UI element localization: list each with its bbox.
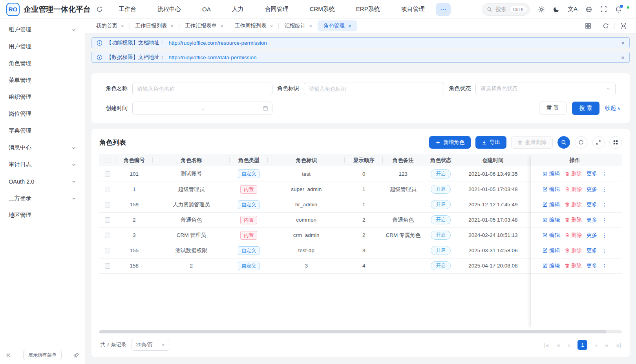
tab-close-icon[interactable]: × xyxy=(309,23,312,29)
sidebar-item[interactable]: 角色管理 xyxy=(0,55,85,72)
more-action[interactable]: 更多 xyxy=(587,186,597,193)
global-search[interactable]: 搜索 Ctrl K xyxy=(482,3,530,16)
topnav-item[interactable]: 工作台 xyxy=(119,5,136,13)
topnav-item[interactable]: 流程中心 xyxy=(157,5,181,13)
notifications-bell-icon[interactable] xyxy=(615,6,622,13)
tab-close-icon[interactable]: × xyxy=(121,23,124,29)
row-checkbox[interactable] xyxy=(105,187,110,192)
delete-action[interactable]: 删除 xyxy=(565,247,582,254)
select-all-checkbox[interactable] xyxy=(105,158,110,163)
status-badge[interactable]: 开启 xyxy=(431,231,451,240)
sidebar-item[interactable]: 字典管理 xyxy=(0,122,85,139)
more-dots-icon[interactable]: ⋮ xyxy=(602,217,607,223)
jump-forward-button[interactable]: » xyxy=(605,342,608,348)
more-action[interactable]: 更多 xyxy=(587,247,597,254)
row-checkbox[interactable] xyxy=(105,248,110,253)
sidebar-item[interactable]: 审计日志 xyxy=(0,156,85,173)
row-checkbox[interactable] xyxy=(105,233,110,238)
row-checkbox[interactable] xyxy=(105,202,110,207)
edit-action[interactable]: 编辑 xyxy=(543,262,560,269)
translate-icon[interactable]: 文A xyxy=(568,5,578,13)
search-button[interactable]: 搜 索 xyxy=(572,102,599,115)
sidebar-item[interactable]: 地区管理 xyxy=(0,207,85,224)
sidebar-item[interactable]: 三方登录 xyxy=(0,190,85,207)
more-action[interactable]: 更多 xyxy=(587,262,597,269)
page-refresh-icon[interactable] xyxy=(96,6,103,13)
last-page-button[interactable]: »| xyxy=(616,342,621,348)
tab-4[interactable]: 汇报统计× xyxy=(279,20,318,31)
table-fullscreen-icon[interactable] xyxy=(592,136,605,149)
more-dots-icon[interactable]: ⋮ xyxy=(602,186,607,193)
sidebar-item[interactable]: 租户管理 xyxy=(0,21,85,38)
more-action[interactable]: 更多 xyxy=(587,201,597,208)
topnav-item[interactable]: ERP系统 xyxy=(356,5,380,13)
column-settings-icon[interactable] xyxy=(609,136,622,149)
tab-close-icon[interactable]: × xyxy=(171,23,174,29)
role-name-input[interactable] xyxy=(132,82,272,95)
fullscreen-icon[interactable] xyxy=(600,6,607,13)
topnav-item[interactable]: 合同管理 xyxy=(265,5,289,13)
delete-action[interactable]: 删除 xyxy=(565,186,582,193)
add-role-button[interactable]: 新增角色 xyxy=(429,136,471,149)
more-dots-icon[interactable]: ⋮ xyxy=(602,248,607,254)
export-button[interactable]: 导出 xyxy=(475,136,506,149)
delete-action[interactable]: 删除 xyxy=(565,170,582,177)
edit-action[interactable]: 编辑 xyxy=(543,201,560,208)
collapse-sidebar-icon[interactable] xyxy=(5,352,11,358)
horizontal-scrollbar[interactable] xyxy=(99,330,622,333)
tab-close-icon[interactable]: × xyxy=(220,23,223,29)
row-checkbox[interactable] xyxy=(105,263,110,269)
edit-action[interactable]: 编辑 xyxy=(543,186,560,193)
first-page-button[interactable]: |« xyxy=(544,342,549,348)
tab-3[interactable]: 工作周报列表× xyxy=(229,20,279,31)
current-page[interactable]: 1 xyxy=(578,340,587,350)
status-badge[interactable]: 开启 xyxy=(431,261,451,270)
status-badge[interactable]: 开启 xyxy=(431,246,451,255)
topnav-item[interactable]: 人力 xyxy=(232,5,244,13)
table-search-icon[interactable] xyxy=(557,136,570,149)
reset-button[interactable]: 重 置 xyxy=(539,102,567,115)
timezone-globe-icon[interactable] xyxy=(585,6,592,13)
topnav-item[interactable]: 项目管理 xyxy=(401,5,425,13)
more-action[interactable]: 更多 xyxy=(587,217,597,224)
edit-action[interactable]: 编辑 xyxy=(543,232,560,239)
next-page-button[interactable]: › xyxy=(595,342,597,348)
sidebar-item[interactable]: 菜单管理 xyxy=(0,72,85,89)
sidebar-item[interactable]: 岗位管理 xyxy=(0,106,85,122)
row-checkbox[interactable] xyxy=(105,171,110,177)
delete-action[interactable]: 删除 xyxy=(565,201,582,208)
edit-action[interactable]: 编辑 xyxy=(543,217,560,224)
delete-action[interactable]: 删除 xyxy=(565,232,582,239)
more-dots-icon[interactable]: ⋮ xyxy=(602,202,607,208)
delete-action[interactable]: 删除 xyxy=(565,217,582,224)
tab-2[interactable]: 工作汇报表单× xyxy=(179,20,229,31)
jump-back-button[interactable]: « xyxy=(557,342,560,348)
tab-close-icon[interactable]: × xyxy=(270,23,273,29)
status-badge[interactable]: 开启 xyxy=(431,185,451,194)
status-badge[interactable]: 开启 xyxy=(431,200,451,209)
scrollbar-thumb[interactable] xyxy=(99,330,606,333)
sidebar-item[interactable]: 组织管理 xyxy=(0,89,85,106)
tab-1[interactable]: 工作日报列表× xyxy=(130,20,179,31)
delete-action[interactable]: 删除 xyxy=(565,262,582,269)
status-badge[interactable]: 开启 xyxy=(431,169,451,178)
more-action[interactable]: 更多 xyxy=(587,170,597,177)
sidebar-item[interactable]: 用户管理 xyxy=(0,38,85,55)
more-dots-icon[interactable]: ⋮ xyxy=(602,171,607,177)
dark-mode-moon-icon[interactable] xyxy=(553,6,560,13)
topnav-item[interactable]: CRM系统 xyxy=(310,5,335,13)
banner-doc-link[interactable]: http://ruoyioffice.com/data-permission xyxy=(169,55,257,60)
batch-delete-button[interactable]: 批量删除 xyxy=(511,136,553,149)
banner-close-icon[interactable]: × xyxy=(621,40,625,46)
content-maximize-icon[interactable] xyxy=(614,23,632,29)
tab-0[interactable]: 我的首页× xyxy=(91,20,130,31)
show-all-menu-button[interactable]: 展示所有菜单 xyxy=(23,350,62,360)
sidebar-item[interactable]: 消息中心 xyxy=(0,139,85,156)
tab-refresh-icon[interactable] xyxy=(597,23,614,29)
edit-action[interactable]: 编辑 xyxy=(543,247,560,254)
status-badge[interactable]: 开启 xyxy=(431,215,451,224)
settings-gear-icon[interactable] xyxy=(538,6,545,13)
prev-page-button[interactable]: ‹ xyxy=(568,342,570,348)
more-dots-icon[interactable]: ⋮ xyxy=(602,263,607,269)
edit-action[interactable]: 编辑 xyxy=(543,170,560,177)
